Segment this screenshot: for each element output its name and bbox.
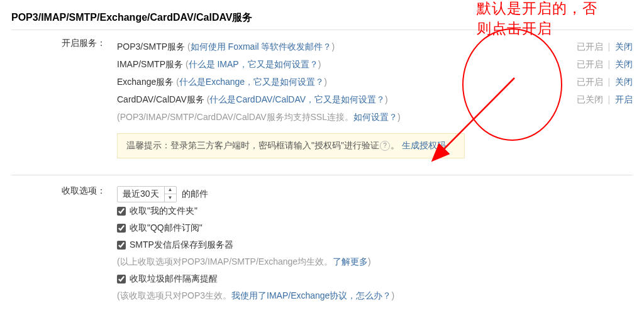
service-action-link[interactable]: 开启: [615, 94, 633, 104]
service-name: Exchange服务: [117, 77, 174, 87]
chevron-down-icon[interactable]: ▼: [165, 194, 176, 202]
service-row-imapsmtp: IMAP/SMTP服务 (什么是 IMAP，它又是如何设置？) 已开启 | 关闭: [117, 55, 633, 73]
service-name: CardDAV/CalDAV服务: [117, 94, 204, 104]
checkbox-spam[interactable]: [117, 275, 126, 283]
service-status: 已开启: [577, 41, 603, 52]
note-prefix: (以上收取选项对POP3/IMAP/SMTP/Exchange均生效。: [117, 253, 333, 270]
checkbox-row-myfolder: 收取"我的文件夹": [117, 202, 633, 219]
receive-suffix: 的邮件: [182, 185, 208, 202]
learn-more-link[interactable]: 了解更多: [333, 253, 368, 270]
ssl-note-suffix: ): [397, 112, 401, 122]
tip-prefix: 温馨提示：登录第三方客户端时，密码框请输入"授权码"进行验证: [126, 140, 379, 150]
service-name: IMAP/SMTP服务: [117, 59, 183, 69]
stepper-icon[interactable]: ▲ ▼: [164, 187, 176, 202]
service-action-link[interactable]: 关闭: [615, 77, 633, 87]
generate-auth-code-link[interactable]: 生成授权码: [402, 140, 446, 150]
receive-note-2: (该收取选项只对POP3生效。我使用了IMAP/Exchange协议，怎么办？): [117, 287, 633, 304]
question-icon[interactable]: ?: [380, 141, 390, 151]
checkbox-myfolder[interactable]: [117, 207, 126, 216]
checkbox-label: SMTP发信后保存到服务器: [130, 236, 233, 253]
section-title: POP3/IMAP/SMTP/Exchange/CardDAV/CalDAV服务: [11, 11, 633, 25]
checkbox-row-spam: 收取垃圾邮件隔离提醒: [117, 270, 633, 287]
imap-help-link[interactable]: 我使用了IMAP/Exchange协议，怎么办？: [231, 287, 391, 304]
days-select-value: 最近30天: [118, 185, 164, 202]
note-suffix: ): [368, 253, 371, 270]
service-help-link[interactable]: 如何使用 Foxmail 等软件收发邮件？: [191, 41, 332, 52]
ssl-note-link[interactable]: 如何设置？: [353, 112, 397, 122]
checkbox-row-qqsub: 收取"QQ邮件订阅": [117, 219, 633, 236]
chevron-up-icon[interactable]: ▲: [165, 187, 176, 195]
tip-period: 。: [391, 140, 399, 150]
service-name: POP3/SMTP服务: [117, 41, 185, 52]
note-suffix: ): [391, 287, 394, 304]
label-receive-options: 收取选项：: [11, 185, 117, 304]
ssl-note-prefix: (POP3/IMAP/SMTP/CardDAV/CalDAV服务均支持SSL连接…: [117, 112, 353, 122]
service-action-link[interactable]: 关闭: [615, 41, 633, 52]
checkbox-qqsub[interactable]: [117, 224, 126, 233]
ssl-note-row: (POP3/IMAP/SMTP/CardDAV/CalDAV服务均支持SSL连接…: [117, 108, 633, 126]
divider-top: [11, 30, 633, 30]
checkbox-row-smtpsave: SMTP发信后保存到服务器: [117, 236, 633, 253]
service-row-carddav: CardDAV/CalDAV服务 (什么是CardDAV/CalDAV，它又是如…: [117, 91, 633, 108]
label-enable-service: 开启服务：: [11, 38, 117, 163]
days-select[interactable]: 最近30天 ▲ ▼: [117, 186, 177, 202]
checkbox-label: 收取"QQ邮件订阅": [130, 219, 203, 236]
checkbox-label: 收取"我的文件夹": [130, 202, 197, 219]
checkbox-label: 收取垃圾邮件隔离提醒: [130, 270, 218, 287]
divider-middle: [11, 175, 633, 175]
service-status: 已关闭: [577, 94, 603, 104]
note-prefix: (该收取选项只对POP3生效。: [117, 287, 231, 304]
tip-box: 温馨提示：登录第三方客户端时，密码框请输入"授权码"进行验证?。 生成授权码: [117, 133, 465, 158]
service-help-link[interactable]: 什么是 IMAP，它又是如何设置？: [189, 59, 318, 69]
service-status: 已开启: [577, 77, 603, 87]
service-row-exchange: Exchange服务 (什么是Exchange，它又是如何设置？) 已开启 | …: [117, 73, 633, 91]
service-row-pop3smtp: POP3/SMTP服务 (如何使用 Foxmail 等软件收发邮件？) 已开启 …: [117, 38, 633, 55]
checkbox-smtpsave[interactable]: [117, 241, 126, 250]
receive-note-1: (以上收取选项对POP3/IMAP/SMTP/Exchange均生效。了解更多): [117, 253, 633, 270]
service-action-link[interactable]: 关闭: [615, 59, 633, 69]
service-help-link[interactable]: 什么是Exchange，它又是如何设置？: [179, 77, 324, 87]
service-help-link[interactable]: 什么是CardDAV/CalDAV，它又是如何设置？: [209, 94, 385, 104]
service-status: 已开启: [577, 59, 603, 69]
